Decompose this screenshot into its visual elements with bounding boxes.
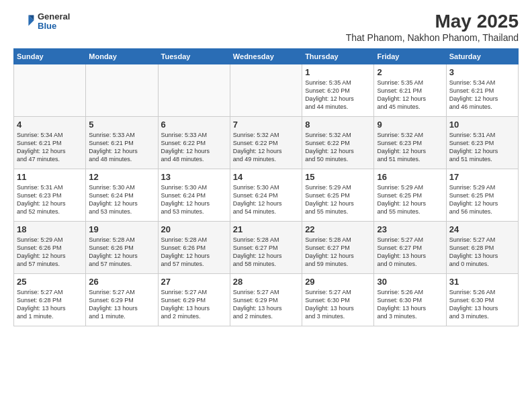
day-cell: 7Sunrise: 5:32 AM Sunset: 6:22 PM Daylig… bbox=[230, 117, 302, 169]
header-cell-monday: Monday bbox=[86, 49, 158, 64]
day-number: 22 bbox=[305, 224, 371, 234]
day-cell: 22Sunrise: 5:28 AM Sunset: 6:27 PM Dayli… bbox=[302, 222, 374, 274]
day-number: 23 bbox=[377, 224, 443, 234]
header-cell-wednesday: Wednesday bbox=[230, 49, 302, 64]
day-number: 18 bbox=[17, 224, 83, 234]
day-info: Sunrise: 5:26 AM Sunset: 6:30 PM Dayligh… bbox=[449, 288, 515, 321]
day-cell: 9Sunrise: 5:32 AM Sunset: 6:23 PM Daylig… bbox=[374, 117, 446, 169]
day-number: 20 bbox=[161, 224, 227, 234]
day-info: Sunrise: 5:34 AM Sunset: 6:21 PM Dayligh… bbox=[449, 79, 515, 111]
day-number: 29 bbox=[305, 277, 371, 287]
day-info: Sunrise: 5:31 AM Sunset: 6:23 PM Dayligh… bbox=[17, 183, 83, 216]
day-cell bbox=[230, 64, 302, 117]
header-cell-thursday: Thursday bbox=[302, 49, 374, 64]
logo-general: General bbox=[38, 12, 70, 21]
calendar-table: SundayMondayTuesdayWednesdayThursdayFrid… bbox=[13, 48, 519, 326]
day-number: 8 bbox=[305, 120, 371, 130]
calendar-subtitle: That Phanom, Nakhon Phanom, Thailand bbox=[346, 32, 519, 43]
day-number: 13 bbox=[161, 172, 227, 182]
day-cell bbox=[158, 64, 230, 117]
day-number: 6 bbox=[161, 120, 227, 130]
day-number: 30 bbox=[377, 277, 443, 287]
week-row-1: 1Sunrise: 5:35 AM Sunset: 6:20 PM Daylig… bbox=[14, 64, 519, 117]
day-info: Sunrise: 5:27 AM Sunset: 6:27 PM Dayligh… bbox=[377, 236, 443, 269]
day-cell: 31Sunrise: 5:26 AM Sunset: 6:30 PM Dayli… bbox=[446, 274, 518, 326]
day-number: 26 bbox=[89, 277, 154, 287]
day-info: Sunrise: 5:33 AM Sunset: 6:22 PM Dayligh… bbox=[161, 131, 227, 164]
day-number: 25 bbox=[17, 277, 83, 287]
day-info: Sunrise: 5:27 AM Sunset: 6:30 PM Dayligh… bbox=[305, 288, 371, 321]
day-info: Sunrise: 5:35 AM Sunset: 6:21 PM Dayligh… bbox=[377, 79, 443, 111]
day-number: 5 bbox=[89, 120, 154, 130]
header-row: SundayMondayTuesdayWednesdayThursdayFrid… bbox=[14, 49, 519, 64]
day-info: Sunrise: 5:28 AM Sunset: 6:26 PM Dayligh… bbox=[161, 236, 227, 269]
day-cell: 26Sunrise: 5:27 AM Sunset: 6:29 PM Dayli… bbox=[86, 274, 158, 326]
day-cell: 28Sunrise: 5:27 AM Sunset: 6:29 PM Dayli… bbox=[230, 274, 302, 326]
header-cell-saturday: Saturday bbox=[446, 49, 518, 64]
day-info: Sunrise: 5:34 AM Sunset: 6:21 PM Dayligh… bbox=[17, 131, 83, 164]
day-number: 27 bbox=[161, 277, 227, 287]
day-number: 17 bbox=[449, 172, 515, 182]
day-info: Sunrise: 5:26 AM Sunset: 6:30 PM Dayligh… bbox=[377, 288, 443, 321]
day-info: Sunrise: 5:27 AM Sunset: 6:28 PM Dayligh… bbox=[17, 288, 83, 321]
day-number: 21 bbox=[233, 224, 299, 234]
day-number: 2 bbox=[377, 67, 443, 77]
day-info: Sunrise: 5:32 AM Sunset: 6:22 PM Dayligh… bbox=[233, 131, 299, 164]
week-row-5: 25Sunrise: 5:27 AM Sunset: 6:28 PM Dayli… bbox=[14, 274, 519, 326]
day-info: Sunrise: 5:30 AM Sunset: 6:24 PM Dayligh… bbox=[89, 183, 154, 216]
day-cell: 2Sunrise: 5:35 AM Sunset: 6:21 PM Daylig… bbox=[374, 64, 446, 117]
week-row-2: 4Sunrise: 5:34 AM Sunset: 6:21 PM Daylig… bbox=[14, 117, 519, 169]
page: General Blue May 2025 That Phanom, Nakho… bbox=[0, 0, 532, 411]
day-info: Sunrise: 5:32 AM Sunset: 6:23 PM Dayligh… bbox=[377, 131, 443, 164]
day-info: Sunrise: 5:29 AM Sunset: 6:25 PM Dayligh… bbox=[305, 183, 371, 216]
day-number: 19 bbox=[89, 224, 154, 234]
day-number: 9 bbox=[377, 120, 443, 130]
logo-icon bbox=[13, 11, 35, 32]
calendar-body: 1Sunrise: 5:35 AM Sunset: 6:20 PM Daylig… bbox=[14, 64, 519, 326]
week-row-3: 11Sunrise: 5:31 AM Sunset: 6:23 PM Dayli… bbox=[14, 169, 519, 222]
day-cell: 11Sunrise: 5:31 AM Sunset: 6:23 PM Dayli… bbox=[14, 169, 86, 222]
day-info: Sunrise: 5:27 AM Sunset: 6:29 PM Dayligh… bbox=[161, 288, 227, 321]
day-info: Sunrise: 5:29 AM Sunset: 6:25 PM Dayligh… bbox=[377, 183, 443, 216]
day-cell: 1Sunrise: 5:35 AM Sunset: 6:20 PM Daylig… bbox=[302, 64, 374, 117]
day-cell: 30Sunrise: 5:26 AM Sunset: 6:30 PM Dayli… bbox=[374, 274, 446, 326]
day-info: Sunrise: 5:29 AM Sunset: 6:26 PM Dayligh… bbox=[17, 236, 83, 269]
day-cell: 5Sunrise: 5:33 AM Sunset: 6:21 PM Daylig… bbox=[86, 117, 158, 169]
day-cell: 8Sunrise: 5:32 AM Sunset: 6:22 PM Daylig… bbox=[302, 117, 374, 169]
day-info: Sunrise: 5:33 AM Sunset: 6:21 PM Dayligh… bbox=[89, 131, 154, 164]
calendar-header: SundayMondayTuesdayWednesdayThursdayFrid… bbox=[14, 49, 519, 64]
day-cell: 13Sunrise: 5:30 AM Sunset: 6:24 PM Dayli… bbox=[158, 169, 230, 222]
logo-text: General Blue bbox=[38, 12, 70, 32]
day-number: 4 bbox=[17, 120, 83, 130]
day-info: Sunrise: 5:28 AM Sunset: 6:27 PM Dayligh… bbox=[233, 236, 299, 269]
day-info: Sunrise: 5:27 AM Sunset: 6:29 PM Dayligh… bbox=[233, 288, 299, 321]
day-cell: 25Sunrise: 5:27 AM Sunset: 6:28 PM Dayli… bbox=[14, 274, 86, 326]
day-number: 10 bbox=[449, 120, 515, 130]
day-cell: 23Sunrise: 5:27 AM Sunset: 6:27 PM Dayli… bbox=[374, 222, 446, 274]
day-info: Sunrise: 5:35 AM Sunset: 6:20 PM Dayligh… bbox=[305, 79, 371, 111]
day-number: 31 bbox=[449, 277, 515, 287]
day-number: 1 bbox=[305, 67, 371, 77]
day-info: Sunrise: 5:28 AM Sunset: 6:27 PM Dayligh… bbox=[305, 236, 371, 269]
day-number: 11 bbox=[17, 172, 83, 182]
day-cell: 27Sunrise: 5:27 AM Sunset: 6:29 PM Dayli… bbox=[158, 274, 230, 326]
header: General Blue May 2025 That Phanom, Nakho… bbox=[13, 11, 519, 43]
day-cell: 17Sunrise: 5:29 AM Sunset: 6:25 PM Dayli… bbox=[446, 169, 518, 222]
day-cell: 24Sunrise: 5:27 AM Sunset: 6:28 PM Dayli… bbox=[446, 222, 518, 274]
day-cell: 12Sunrise: 5:30 AM Sunset: 6:24 PM Dayli… bbox=[86, 169, 158, 222]
header-cell-friday: Friday bbox=[374, 49, 446, 64]
day-info: Sunrise: 5:29 AM Sunset: 6:25 PM Dayligh… bbox=[449, 183, 515, 216]
day-info: Sunrise: 5:27 AM Sunset: 6:28 PM Dayligh… bbox=[449, 236, 515, 269]
logo: General Blue bbox=[13, 11, 70, 32]
day-info: Sunrise: 5:32 AM Sunset: 6:22 PM Dayligh… bbox=[305, 131, 371, 164]
day-cell bbox=[14, 64, 86, 117]
header-cell-tuesday: Tuesday bbox=[158, 49, 230, 64]
day-info: Sunrise: 5:30 AM Sunset: 6:24 PM Dayligh… bbox=[161, 183, 227, 216]
day-number: 16 bbox=[377, 172, 443, 182]
day-cell: 6Sunrise: 5:33 AM Sunset: 6:22 PM Daylig… bbox=[158, 117, 230, 169]
day-cell: 10Sunrise: 5:31 AM Sunset: 6:23 PM Dayli… bbox=[446, 117, 518, 169]
header-cell-sunday: Sunday bbox=[14, 49, 86, 64]
day-cell: 19Sunrise: 5:28 AM Sunset: 6:26 PM Dayli… bbox=[86, 222, 158, 274]
day-number: 28 bbox=[233, 277, 299, 287]
day-info: Sunrise: 5:30 AM Sunset: 6:24 PM Dayligh… bbox=[233, 183, 299, 216]
